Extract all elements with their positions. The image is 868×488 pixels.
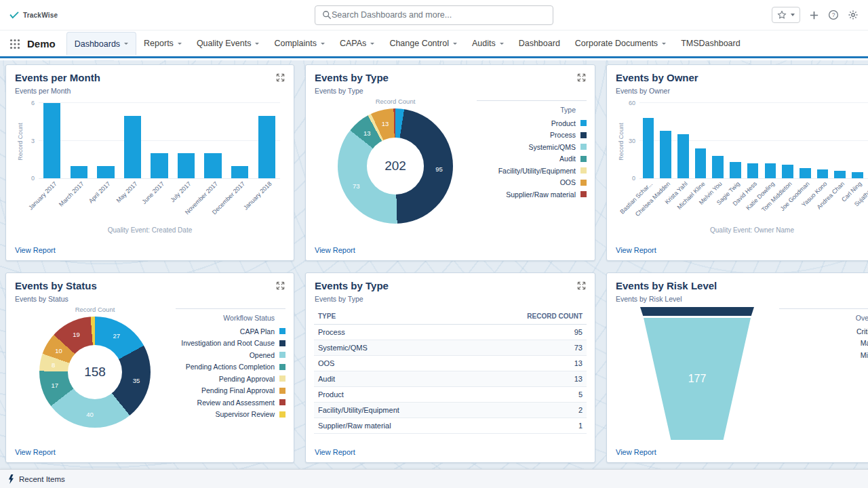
table-row[interactable]: Supplier/Raw material1 bbox=[314, 418, 587, 434]
table-row[interactable]: Facility/Utility/Equipment2 bbox=[314, 403, 587, 418]
funnel-shape[interactable]: 177 bbox=[640, 307, 754, 448]
segment-value-label: 13 bbox=[363, 129, 371, 136]
utility-bar-recent-items[interactable]: Recent Items bbox=[0, 469, 868, 488]
card-subtitle: Events by Type bbox=[315, 87, 389, 95]
view-report-link[interactable]: View Report bbox=[306, 246, 595, 260]
bar[interactable] bbox=[817, 169, 828, 178]
tab-tmsdashboard[interactable]: TMSDashboard bbox=[673, 32, 748, 55]
legend-swatch bbox=[580, 191, 587, 197]
table-row[interactable]: Product5 bbox=[314, 387, 587, 403]
help-button[interactable]: ? bbox=[828, 9, 839, 20]
legend-label: Facility/Utility/Equipment bbox=[498, 167, 576, 175]
expand-icon[interactable] bbox=[577, 73, 586, 82]
view-report-link[interactable]: View Report bbox=[6, 246, 294, 260]
expand-icon[interactable] bbox=[276, 281, 285, 290]
donut-ring[interactable]: 2735401781019158 bbox=[39, 317, 151, 428]
expand-icon[interactable] bbox=[577, 281, 586, 290]
bar[interactable] bbox=[151, 153, 167, 178]
dashboard-card-events-by-type-table: Events by Type Events by Type TYPERECORD… bbox=[305, 272, 595, 463]
chart-footnote: Quality Event: Created Date bbox=[14, 226, 285, 234]
legend-swatch bbox=[279, 375, 285, 382]
global-actions-button[interactable] bbox=[809, 10, 819, 20]
tab-dashboard[interactable]: Dashboard bbox=[511, 32, 568, 55]
table-row[interactable]: Process95 bbox=[314, 325, 587, 340]
bar[interactable] bbox=[730, 162, 741, 178]
table-row[interactable]: Audit13 bbox=[314, 371, 587, 387]
tab-quality-events[interactable]: Quality Events bbox=[189, 32, 267, 55]
tab-reports[interactable]: Reports bbox=[136, 32, 189, 55]
bar[interactable] bbox=[231, 166, 248, 178]
legend-item-process: Process bbox=[477, 129, 587, 142]
legend-label: Supplier/Raw material bbox=[506, 190, 576, 199]
legend-swatch bbox=[279, 352, 285, 358]
legend-item-supplier-raw-material: Supplier/Raw material bbox=[477, 188, 587, 201]
legend-label: Critical bbox=[856, 327, 868, 336]
bar[interactable] bbox=[677, 134, 688, 178]
gridline bbox=[39, 102, 280, 103]
view-report-link[interactable]: View Report bbox=[306, 448, 595, 462]
bar[interactable] bbox=[695, 148, 706, 178]
legend-label: Pending Approval bbox=[219, 375, 275, 383]
card-subtitle: Events by Type bbox=[315, 295, 389, 303]
view-report-link[interactable]: View Report bbox=[607, 246, 868, 260]
table-cell: 1 bbox=[473, 418, 587, 434]
table-row[interactable]: OOS13 bbox=[314, 356, 587, 371]
bar[interactable] bbox=[71, 166, 87, 178]
gridline bbox=[639, 102, 868, 103]
setup-button[interactable] bbox=[848, 9, 859, 20]
tab-complaints[interactable]: Complaints bbox=[267, 32, 332, 55]
bar-chart-events-per-month: Record Count036January 2017March 2017Apr… bbox=[14, 96, 285, 246]
plus-icon bbox=[809, 10, 819, 20]
expand-icon[interactable] bbox=[276, 73, 285, 82]
legend-label: Major bbox=[861, 339, 868, 347]
bar[interactable] bbox=[660, 131, 671, 178]
bar[interactable] bbox=[712, 156, 723, 178]
search-input[interactable] bbox=[332, 10, 546, 20]
bar[interactable] bbox=[204, 153, 221, 178]
global-search[interactable] bbox=[315, 5, 553, 25]
star-icon bbox=[777, 10, 787, 20]
dashboard-card-events-by-status: Events by Status Events by Status Record… bbox=[5, 272, 294, 463]
bar[interactable] bbox=[124, 116, 141, 179]
svg-text:?: ? bbox=[832, 12, 835, 18]
dashboard-card-events-by-risk-level: Events by Risk Level Events by Risk Leve… bbox=[606, 272, 868, 463]
view-report-link[interactable]: View Report bbox=[6, 448, 294, 462]
bar[interactable] bbox=[97, 166, 114, 178]
bar[interactable] bbox=[258, 116, 275, 179]
tab-corporate-documents[interactable]: Corporate Documents bbox=[568, 32, 673, 55]
table-cell: Supplier/Raw material bbox=[314, 418, 473, 434]
bar[interactable] bbox=[747, 163, 758, 178]
bar[interactable] bbox=[782, 165, 793, 178]
recent-items-label: Recent Items bbox=[19, 475, 65, 483]
tab-capas[interactable]: CAPAs bbox=[332, 32, 382, 55]
chevron-down-icon bbox=[662, 43, 666, 45]
column-header: RECORD COUNT bbox=[473, 308, 587, 325]
table-row[interactable]: Systemic/QMS73 bbox=[314, 340, 587, 356]
legend-label: Review and Assessment bbox=[197, 399, 275, 407]
bar[interactable] bbox=[834, 171, 845, 178]
funnel-chart-events-by-risk-level: 177OverallCriticalMajorMinor bbox=[615, 304, 868, 448]
tab-audits[interactable]: Audits bbox=[465, 32, 511, 55]
bar[interactable] bbox=[852, 172, 863, 178]
legend-item-pending-actions-completion: Pending Actions Completion bbox=[176, 361, 285, 373]
tab-change-control[interactable]: Change Control bbox=[382, 32, 465, 55]
tab-label: Audits bbox=[472, 39, 496, 48]
chart-legend: OverallCriticalMajorMinor bbox=[779, 308, 868, 448]
bar[interactable] bbox=[643, 118, 654, 178]
bar[interactable] bbox=[765, 163, 776, 178]
legend-swatch bbox=[279, 328, 285, 334]
legend-item-review-and-assessment: Review and Assessment bbox=[176, 396, 285, 409]
x-axis-label: April 2017 bbox=[87, 180, 112, 205]
favorites-button[interactable] bbox=[772, 7, 800, 23]
card-title: Events by Type bbox=[315, 72, 389, 84]
bar[interactable] bbox=[800, 168, 810, 178]
help-icon: ? bbox=[828, 9, 839, 20]
tab-dashboards[interactable]: Dashboards bbox=[66, 32, 136, 55]
app-launcher-icon[interactable] bbox=[9, 39, 20, 49]
trackwise-logo[interactable]: TrackWise bbox=[9, 12, 125, 19]
view-report-link[interactable]: View Report bbox=[607, 448, 868, 462]
bar[interactable] bbox=[43, 103, 60, 178]
bar[interactable] bbox=[178, 153, 195, 178]
donut-ring[interactable]: 95731313202 bbox=[338, 108, 453, 224]
chevron-down-icon bbox=[370, 43, 374, 45]
